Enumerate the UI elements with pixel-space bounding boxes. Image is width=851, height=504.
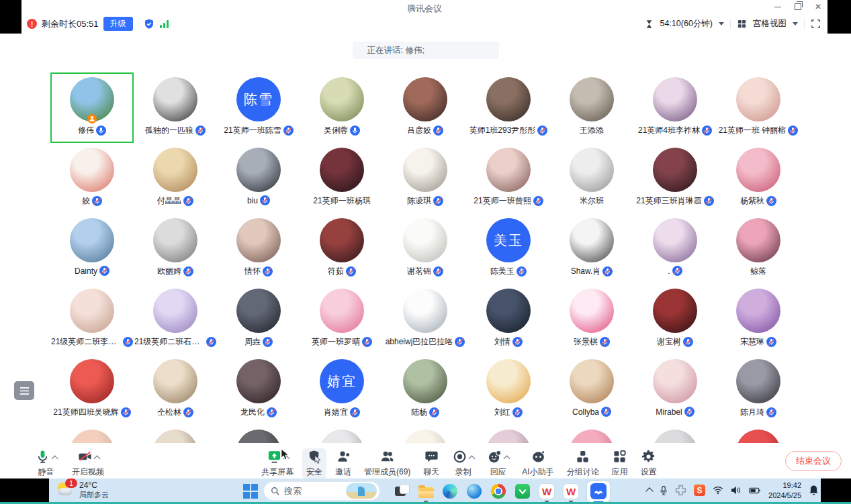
toolbar-item-reaction[interactable]: 回应 <box>483 448 513 479</box>
sogou-input-icon[interactable]: S <box>694 485 705 496</box>
participant-name: 王添添 <box>580 125 604 136</box>
participant-tile[interactable]: 陈月琦 <box>717 354 800 425</box>
tray-chevron-up-icon[interactable] <box>645 487 653 495</box>
participant-tile[interactable]: 欧丽姆 <box>134 213 217 284</box>
participant-tile[interactable]: 孤独的一匹狼 <box>134 72 217 143</box>
close-button[interactable]: ✕ <box>813 1 823 12</box>
participant-tile[interactable]: 21英师一班杨琪 <box>300 143 384 213</box>
end-meeting-button[interactable]: 结束会议 <box>785 451 842 471</box>
taskbar-clock[interactable]: 19:42 2024/5/25 <box>768 481 801 500</box>
taskbar-app-wps-1[interactable]: W <box>539 483 555 499</box>
maximize-button[interactable] <box>793 1 803 12</box>
toolbar-item-breakout[interactable]: 分组讨论 <box>563 448 603 479</box>
participant-tile[interactable]: 婧宜肖婧宜 <box>300 354 384 425</box>
taskbar-app-file-explorer[interactable] <box>418 483 434 499</box>
chevron-up-icon[interactable] <box>93 456 100 462</box>
taskbar-app-chrome[interactable] <box>490 483 506 499</box>
toolbar-item-settings[interactable]: 设置 <box>637 448 661 479</box>
toolbar-item-record[interactable]: 录制 <box>448 448 478 479</box>
participant-tile[interactable]: 张景棋 <box>550 284 633 354</box>
upgrade-button[interactable]: 升级 <box>103 17 133 31</box>
participant-tile[interactable]: 刘红 <box>467 354 550 425</box>
participant-tile[interactable]: 刘情 <box>467 284 550 354</box>
participant-tile[interactable]: 21级英师二班李梦思 <box>50 284 134 354</box>
member-list-toggle[interactable] <box>14 381 34 400</box>
participant-tile[interactable]: 仝松林 <box>134 354 217 425</box>
participant-tile[interactable]: . <box>633 213 717 284</box>
participant-tile[interactable]: 符茹 <box>300 213 384 284</box>
taskbar-app-task-view[interactable] <box>394 483 410 499</box>
participant-tile[interactable]: 英师1班293尹彤彤 <box>467 72 550 143</box>
toolbar-item-members[interactable]: 管理成员(69) <box>360 448 414 479</box>
participant-tile[interactable]: 谢宝树 <box>633 284 717 354</box>
participant-tile[interactable]: 美玉陈美玉 <box>467 213 550 284</box>
network-signal-icon[interactable] <box>160 20 169 28</box>
participant-tile[interactable]: Shaw.肖 <box>550 213 633 284</box>
participant-tile[interactable]: Mirabel <box>633 354 717 425</box>
participant-tile[interactable]: 陈凌琪 <box>384 143 467 213</box>
wifi-icon[interactable] <box>713 486 723 495</box>
participant-avatar <box>70 77 114 121</box>
start-button[interactable] <box>243 484 258 499</box>
view-mode-dropdown-caret[interactable] <box>793 22 798 26</box>
view-mode-label[interactable]: 宫格视图 <box>753 18 787 30</box>
participant-tile[interactable]: 付晶晶 <box>134 143 217 213</box>
participant-tile[interactable]: 21英师一班 钟丽榕 <box>717 72 800 143</box>
toolbar-item-security[interactable]: 安全 <box>302 448 326 479</box>
taskbar-app-tencent-meeting[interactable] <box>587 481 610 502</box>
participant-tile[interactable]: 修伟 <box>50 72 134 143</box>
taskbar-app-green-store[interactable] <box>514 483 531 499</box>
participant-tile[interactable]: biu <box>217 143 300 213</box>
chevron-up-icon[interactable] <box>469 456 476 462</box>
participant-tile[interactable]: 杨紫秋 <box>717 143 800 213</box>
participant-tile[interactable]: 21英师一班曾熙 <box>467 143 550 213</box>
minimize-button[interactable] <box>772 1 783 12</box>
taskbar-app-wps-2[interactable]: W <box>563 483 579 499</box>
participant-name: 21级英师二班李梦思 <box>51 336 121 348</box>
participant-tile[interactable]: 情怀 <box>217 213 300 284</box>
participant-tile[interactable]: 陆杨 <box>384 354 467 425</box>
taskbar-search-box[interactable]: 搜索 <box>263 481 380 501</box>
participant-tile[interactable]: 周垚 <box>217 284 300 354</box>
participant-tile[interactable]: 吕彦姣 <box>384 72 467 143</box>
participant-tile[interactable]: 21级英师二班石岁税 <box>134 284 217 354</box>
taskbar-app-edge[interactable] <box>442 483 458 499</box>
participant-tile[interactable]: 龙民化 <box>217 354 300 425</box>
participant-name: 谢茗锦 <box>407 266 431 277</box>
participant-tile[interactable]: 宋慧琳 <box>717 284 800 354</box>
fullscreen-icon[interactable] <box>811 19 821 29</box>
toolbar-item-apps[interactable]: 应用 <box>608 448 632 479</box>
toolbar-item-ai[interactable]: AI小助手 <box>518 448 557 479</box>
participant-tile[interactable]: abheiwj巴拉巴拉咯 <box>384 284 467 354</box>
taskbar-app-browser-360[interactable] <box>466 483 482 499</box>
participant-tile[interactable]: 谢茗锦 <box>384 213 467 284</box>
ime-icon[interactable] <box>675 485 686 496</box>
notification-bell-icon[interactable] <box>809 485 819 496</box>
toolbar-item-invite[interactable]: 邀请 <box>331 448 355 479</box>
participant-tile[interactable]: 姣 <box>50 143 134 213</box>
participant-tile[interactable]: 鲸落 <box>717 213 800 284</box>
participant-tile[interactable]: 王添添 <box>550 72 633 143</box>
toolbar-item-chat[interactable]: 聊天 <box>419 448 443 479</box>
participant-tile[interactable]: 21英师三班肖琳霞 <box>633 143 717 213</box>
chevron-up-icon[interactable] <box>52 456 58 462</box>
tray-mic-icon[interactable] <box>660 485 668 496</box>
participant-tile[interactable]: 21英师四班吴晓辉 <box>50 354 134 425</box>
participant-tile[interactable]: Dainty <box>50 213 134 284</box>
participant-tile[interactable]: 英师一班罗晴 <box>300 284 384 354</box>
duration-dropdown-caret[interactable] <box>719 22 724 26</box>
toolbar-item-camera-off[interactable]: 开启视频 <box>68 448 108 479</box>
shield-check-icon[interactable] <box>143 18 155 30</box>
chevron-up-icon[interactable] <box>504 456 510 462</box>
participant-tile[interactable]: Collyba <box>550 354 633 425</box>
volume-icon[interactable] <box>731 486 742 495</box>
participant-tile[interactable]: 21英师4班李祚林 <box>633 72 717 143</box>
toolbar-item-mic-live[interactable]: 静音 <box>31 448 61 479</box>
participant-tile[interactable]: 吴俐蓉 <box>300 72 384 143</box>
taskbar-weather-widget[interactable]: 1 24°C 局部多云 <box>56 481 109 500</box>
hourglass-icon <box>645 19 654 29</box>
participant-tile[interactable]: 陈雪21英师一班陈雪 <box>217 72 300 143</box>
toolbar-item-screen-share[interactable]: 共享屏幕 <box>257 448 298 479</box>
participant-tile[interactable]: 米尔班 <box>550 143 633 213</box>
battery-icon[interactable] <box>749 487 761 495</box>
